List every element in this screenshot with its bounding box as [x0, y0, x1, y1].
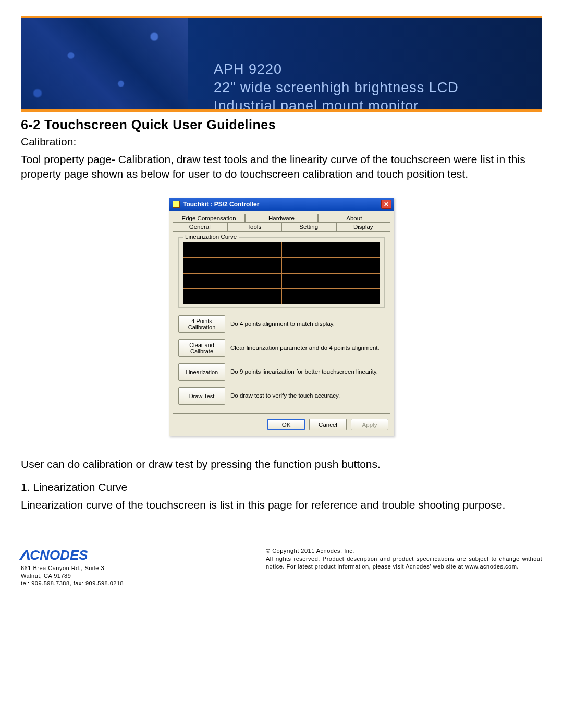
- footer-address-1: 661 Brea Canyon Rd., Suite 3: [21, 564, 124, 572]
- dialog-title: Touchkit : PS/2 Controller: [183, 201, 259, 208]
- desc-4-points: Do 4 points alignment to match display.: [230, 320, 385, 328]
- button-4-points-calibration[interactable]: 4 Points Calibration: [178, 315, 225, 333]
- group-label: Linearization Curve: [183, 233, 239, 240]
- tab-body: Linearization Curve 4 Points Calibration: [173, 231, 390, 414]
- intro-paragraph: Tool property page- Calibration, draw te…: [21, 152, 542, 182]
- dialog-titlebar[interactable]: Touchkit : PS/2 Controller ✕: [169, 198, 394, 211]
- app-icon: [173, 201, 180, 208]
- button-draw-test[interactable]: Draw Test: [178, 387, 225, 405]
- ok-button[interactable]: OK: [267, 419, 305, 430]
- section-heading: 6-2 Touchscreen Quick User Guidelines: [21, 117, 542, 132]
- action-row-4points: 4 Points Calibration Do 4 points alignme…: [178, 312, 385, 336]
- footer-copyright: © Copyright 2011 Acnodes, Inc.: [266, 547, 542, 555]
- desc-clear: Clear linearization parameter and do 4 p…: [230, 344, 385, 352]
- desc-draw-test: Do draw test to verify the touch accurac…: [230, 392, 385, 400]
- banner-text: APH 9220 22" wide screenhigh brightness …: [214, 60, 459, 112]
- tab-general[interactable]: General: [173, 222, 227, 231]
- tab-tools[interactable]: Tools: [227, 222, 282, 231]
- button-clear-and-calibrate[interactable]: Clear and Calibrate: [178, 339, 225, 357]
- banner-circuit-image: [21, 18, 188, 112]
- tab-about[interactable]: About: [318, 214, 390, 223]
- apply-button[interactable]: Apply: [351, 419, 388, 430]
- button-linearization[interactable]: Linearization: [178, 363, 225, 381]
- footer-disclaimer: All rights reserved. Product description…: [266, 555, 542, 571]
- tab-hardware[interactable]: Hardware: [245, 214, 317, 223]
- action-row-linearization: Linearization Do 9 points linearization …: [178, 360, 385, 384]
- cancel-button[interactable]: Cancel: [309, 419, 347, 430]
- header-banner: APH 9220 22" wide screenhigh brightness …: [21, 16, 542, 112]
- tab-strip: Edge Compensation Hardware About General…: [169, 211, 394, 231]
- page-footer: ΛCNODES 661 Brea Canyon Rd., Suite 3 Wal…: [21, 544, 542, 587]
- acnodes-logo: ΛCNODES: [21, 547, 124, 563]
- curve-canvas: [183, 242, 380, 304]
- dialog-button-row: OK Cancel Apply: [169, 417, 394, 436]
- tab-setting[interactable]: Setting: [282, 222, 336, 231]
- banner-line-1: APH 9220: [214, 60, 459, 79]
- touchkit-dialog: Touchkit : PS/2 Controller ✕ Edge Compen…: [169, 198, 394, 436]
- linearization-curve-group: Linearization Curve: [178, 237, 385, 308]
- logo-lambda-icon: Λ: [20, 547, 31, 563]
- action-row-drawtest: Draw Test Do draw test to verify the tou…: [178, 384, 385, 408]
- tab-edge-compensation[interactable]: Edge Compensation: [173, 214, 245, 223]
- tab-display[interactable]: Display: [336, 222, 391, 231]
- close-icon: ✕: [384, 201, 389, 207]
- logo-text: CNODES: [30, 547, 88, 563]
- desc-linearization: Do 9 points linearization for better tou…: [230, 368, 385, 376]
- banner-line-2: 22" wide screenhigh brightness LCD: [214, 79, 459, 97]
- after-p1: User can do calibration or draw test by …: [21, 457, 542, 472]
- after-p3: Linearization curve of the touchscreen i…: [21, 498, 542, 512]
- footer-address-2: Walnut, CA 91789: [21, 572, 124, 579]
- banner-accent-bar: [21, 109, 542, 112]
- footer-address-3: tel: 909.598.7388, fax: 909.598.0218: [21, 579, 124, 587]
- after-p2-label: 1. Linearization Curve: [21, 481, 542, 493]
- close-button[interactable]: ✕: [381, 200, 391, 209]
- action-row-clear: Clear and Calibrate Clear linearization …: [178, 336, 385, 360]
- calibration-label: Calibration:: [21, 135, 542, 148]
